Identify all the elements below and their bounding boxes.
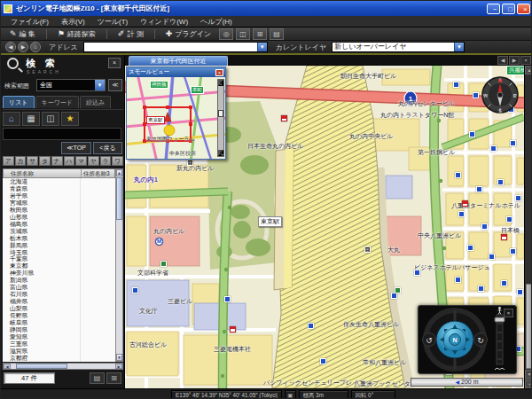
layer-combobox[interactable]: 新しいオーバーレイヤ ▼ bbox=[332, 42, 465, 52]
zoom-in-button[interactable]: ＋ bbox=[218, 150, 223, 156]
column-name2[interactable]: 住所名称3 bbox=[82, 169, 114, 177]
zoom-slider-thumb[interactable] bbox=[218, 110, 223, 117]
list-item[interactable]: 京都府 bbox=[3, 355, 115, 362]
column-name[interactable]: 住所名称 bbox=[4, 169, 82, 177]
list-horizontal-scrollbar[interactable]: ◀ ▶ bbox=[3, 363, 123, 370]
menu-item[interactable]: ウィンドウ(W) bbox=[134, 17, 194, 27]
map-link-button[interactable]: ⊞ bbox=[106, 372, 121, 384]
tab-close-button[interactable]: × bbox=[520, 56, 531, 65]
kana-button-タ[interactable]: タ bbox=[39, 156, 51, 166]
list-view-button[interactable]: ▤ bbox=[90, 372, 105, 384]
tab-リスト[interactable]: リスト bbox=[3, 96, 35, 108]
buildings-icon[interactable]: ▦ bbox=[22, 112, 40, 126]
menu-item[interactable]: ヘルプ(H) bbox=[194, 17, 239, 27]
address-combobox[interactable]: ▼ bbox=[83, 42, 268, 52]
tab-scroll-left-button[interactable]: ◀ bbox=[497, 56, 508, 65]
new-layer-icon[interactable]: ⊞ bbox=[253, 28, 267, 40]
facility-icon bbox=[414, 270, 420, 276]
map-navigation-widget[interactable]: N ↺ ↻ bbox=[418, 305, 517, 374]
map-document-area: 東京都千代田区付近 ◀▶× bbox=[125, 55, 532, 388]
address-list[interactable]: 北海道青森県岩手県宮城県秋田県山形県福島県茨城県栃木県群馬県埼玉県千葉県東京都神… bbox=[3, 178, 115, 362]
close-button[interactable]: × bbox=[517, 4, 530, 14]
kana-button-ナ[interactable]: ナ bbox=[51, 156, 63, 166]
park-icon bbox=[160, 261, 167, 267]
small-view-zoom-slider[interactable]: − ＋ bbox=[217, 79, 224, 157]
scroll-left-button[interactable]: ◀ bbox=[4, 364, 11, 369]
edit-button[interactable]: ✎編 集 bbox=[4, 28, 41, 40]
kana-button-ヤ[interactable]: ヤ bbox=[88, 156, 99, 166]
scroll-down-button[interactable]: ▼ bbox=[116, 354, 122, 361]
map-label: 丸の内ビル bbox=[153, 227, 185, 236]
plugin-button[interactable]: ✚プラグイン bbox=[160, 28, 216, 40]
facility-icon bbox=[476, 186, 482, 192]
scroll-up-button[interactable]: ▲ bbox=[116, 169, 122, 176]
address-input[interactable] bbox=[84, 43, 257, 51]
back-button[interactable]: ◀ bbox=[5, 42, 16, 52]
kana-button-ラ[interactable]: ラ bbox=[100, 156, 112, 166]
scrollbar-thumb[interactable] bbox=[116, 177, 122, 220]
kana-button-ワ[interactable]: ワ bbox=[112, 156, 123, 166]
small-view-titlebar[interactable]: スモールビュー × bbox=[127, 67, 225, 77]
layer-list-icon[interactable]: ▤ bbox=[270, 28, 284, 40]
map-vertical-scrollbar[interactable]: ▲ ▼ ＋ bbox=[524, 66, 532, 388]
panel-collapse-button[interactable]: ≪ bbox=[108, 79, 122, 91]
list-column-header[interactable]: 住所名称 住所名称3 bbox=[3, 168, 115, 178]
small-view-map[interactable]: 神田橋本町東京駅東京国際フォーラム中央区役所 − ＋ bbox=[127, 77, 225, 159]
menu-item[interactable]: 表示(V) bbox=[55, 17, 91, 27]
map-scroll-up-button[interactable]: ▲ bbox=[525, 66, 532, 74]
map-zoom-plus-button[interactable]: ＋ bbox=[525, 379, 532, 388]
home-button[interactable]: ⌂ bbox=[30, 42, 41, 52]
menu-item[interactable]: ファイル(F) bbox=[4, 17, 55, 27]
view-icon[interactable]: ◎ bbox=[219, 28, 233, 40]
top-button[interactable]: ≪TOP bbox=[61, 142, 91, 154]
back-button[interactable]: <戻る bbox=[93, 142, 122, 154]
map-tab[interactable]: 東京都千代田区付近 bbox=[129, 56, 228, 66]
home-icon[interactable]: ⌂ bbox=[3, 112, 20, 126]
search-panel: 検 索 SEARCH × 検索範囲 全国 ▼ ≪ リストキーワード絞込み ⌂▦◫… bbox=[1, 55, 125, 388]
facility-icon bbox=[506, 216, 512, 223]
scrollbar-thumb[interactable] bbox=[16, 364, 67, 369]
kana-button-カ[interactable]: カ bbox=[15, 156, 27, 166]
scroll-right-button[interactable]: ▶ bbox=[115, 364, 122, 369]
kana-button-ア[interactable]: ア bbox=[3, 156, 14, 166]
route-search-button[interactable]: ⚑経路探索 bbox=[52, 28, 101, 40]
search-panel-subtitle: SEARCH bbox=[27, 69, 61, 74]
landmark-icon[interactable]: ◫ bbox=[42, 112, 59, 126]
address-dropdown-arrow[interactable]: ▼ bbox=[257, 43, 267, 51]
minimize-button[interactable]: − bbox=[487, 4, 500, 14]
kana-button-ハ[interactable]: ハ bbox=[64, 156, 75, 166]
route-search-label: 経路探索 bbox=[67, 29, 96, 39]
search-panel-close-button[interactable]: × bbox=[108, 58, 121, 68]
plugin-icon: ✚ bbox=[166, 29, 173, 38]
small-view-window[interactable]: スモールビュー × bbox=[126, 66, 226, 160]
search-range-select[interactable]: 全国 ▼ bbox=[36, 79, 106, 91]
list-vertical-scrollbar[interactable]: ▲ ▼ bbox=[115, 168, 123, 362]
facility-icon bbox=[467, 245, 473, 251]
tab-キーワード[interactable]: キーワード bbox=[35, 96, 80, 108]
facility-icon bbox=[458, 211, 465, 217]
window-title: ゼンリン電子地図帳Zi10 - [東京都千代田区付近] bbox=[16, 4, 487, 13]
rotation-readout: 回転 0° bbox=[351, 390, 395, 399]
small-view-close-button[interactable]: × bbox=[215, 69, 223, 76]
svg-text:N: N bbox=[498, 78, 502, 83]
tab-scroll-right-button[interactable]: ▶ bbox=[509, 56, 520, 65]
zoom-out-button[interactable]: − bbox=[218, 80, 223, 86]
map-viewport[interactable]: 1 朝日生命大手町ビル丸の内センタービル丸の内トラストタワーN館第一鉄鋼ビル丸の… bbox=[125, 66, 524, 388]
print-icon[interactable]: ◫ bbox=[236, 28, 250, 40]
forward-button[interactable]: ▶ bbox=[18, 42, 28, 52]
search-range-dropdown-arrow[interactable]: ▼ bbox=[95, 80, 105, 90]
layer-dropdown-arrow[interactable]: ▼ bbox=[454, 43, 464, 51]
nav-widget-close-button[interactable]: × bbox=[504, 309, 513, 317]
svg-text:E: E bbox=[513, 93, 517, 98]
maximize-button[interactable]: □ bbox=[502, 4, 515, 14]
map-scroll-down-button[interactable]: ▼ bbox=[525, 370, 532, 379]
kana-button-サ[interactable]: サ bbox=[27, 156, 38, 166]
menu-item[interactable]: ツール(T) bbox=[91, 17, 135, 27]
facility-icon bbox=[510, 140, 516, 146]
favorites-icon[interactable]: ★ bbox=[61, 112, 79, 126]
search-text-field[interactable] bbox=[3, 128, 121, 140]
tab-絞込み[interactable]: 絞込み bbox=[80, 96, 111, 108]
measure-button[interactable]: ✐計 測 bbox=[113, 28, 149, 40]
map-scrollbar-thumb[interactable] bbox=[526, 284, 532, 369]
kana-button-マ[interactable]: マ bbox=[75, 156, 87, 166]
